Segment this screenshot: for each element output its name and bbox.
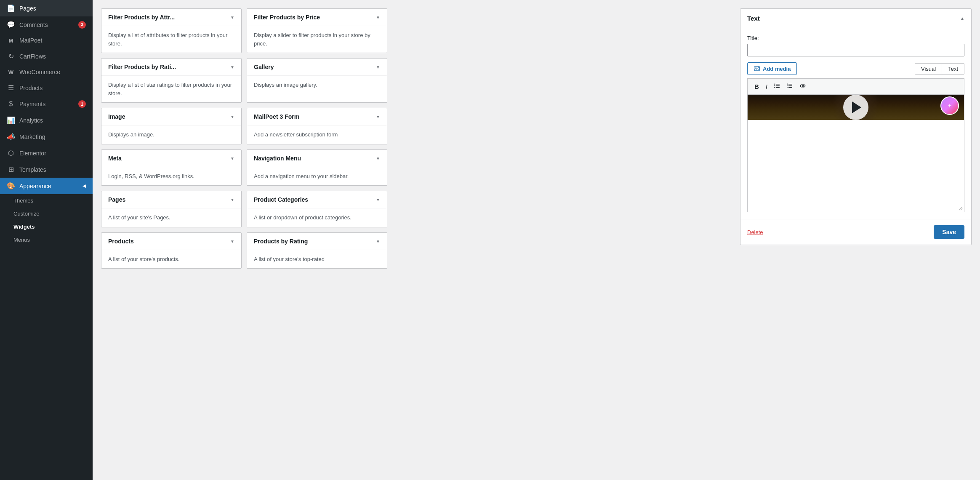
format-ol-button[interactable]: 1 2 3 [784, 81, 795, 92]
add-media-button[interactable]: Add media [747, 62, 797, 75]
sidebar-item-mailpoet[interactable]: M MailPoet [0, 33, 93, 48]
sidebar-item-products[interactable]: ☰ Products [0, 80, 93, 96]
chevron-down-icon [230, 238, 234, 244]
sidebar-item-templates[interactable]: ⊞ Templates [0, 161, 93, 178]
woocommerce-icon: W [7, 69, 15, 75]
widget-header-filter-price[interactable]: Filter Products by Price [247, 9, 387, 26]
sidebar-item-label: WooCommerce [19, 69, 86, 75]
chevron-down-icon [376, 197, 380, 203]
sidebar-item-label: Payments [19, 101, 74, 107]
sidebar-sub-customize[interactable]: Customize [0, 207, 93, 220]
widget-desc-products-rating: A list of your store's top-rated [247, 250, 387, 269]
title-input[interactable] [747, 44, 964, 56]
widget-header-products[interactable]: Products [101, 233, 241, 250]
widget-header-meta[interactable]: Meta [101, 150, 241, 167]
format-ul-button[interactable] [772, 81, 783, 92]
sidebar: 📄 Pages 💬 Comments 3 M MailPoet ↻ CartFl… [0, 0, 93, 480]
widget-header-products-rating[interactable]: Products by Rating [247, 233, 387, 250]
text-widget-header[interactable]: Text [740, 9, 971, 28]
resize-handle-icon[interactable] [958, 206, 963, 211]
payments-icon: $ [7, 100, 15, 108]
widget-header-product-categories[interactable]: Product Categories [247, 191, 387, 208]
widget-desc-gallery: Displays an image gallery. [247, 76, 387, 94]
templates-icon: ⊞ [7, 165, 15, 173]
widget-title-image: Image [108, 113, 125, 120]
sidebar-item-pages[interactable]: 📄 Pages [0, 0, 93, 16]
svg-rect-4 [776, 85, 780, 86]
sidebar-item-label: Analytics [19, 117, 86, 124]
widget-header-image[interactable]: Image [101, 108, 241, 125]
tab-text[interactable]: Text [942, 63, 964, 75]
svg-text:3: 3 [787, 86, 788, 88]
sidebar-item-label: Pages [19, 5, 86, 12]
format-italic-button[interactable]: I [763, 81, 770, 92]
widget-header-gallery[interactable]: Gallery [247, 59, 387, 76]
widget-title-nav-menu: Navigation Menu [254, 155, 301, 162]
sidebar-item-elementor[interactable]: ⬡ Elementor [0, 145, 93, 161]
chevron-down-icon [230, 64, 234, 70]
chevron-down-icon [230, 114, 234, 120]
sidebar-item-analytics[interactable]: 📊 Analytics [0, 112, 93, 128]
analytics-icon: 📊 [7, 116, 15, 124]
sidebar-item-appearance[interactable]: 🎨 Appearance ◀ [0, 178, 93, 194]
chevron-down-icon [376, 155, 380, 161]
widget-desc-mailpoet-form: Add a newsletter subscription form [247, 125, 387, 144]
chevron-down-icon [230, 14, 234, 20]
widget-card-filter-price: Filter Products by Price Display a slide… [247, 8, 387, 53]
play-button[interactable] [843, 95, 868, 120]
widget-header-filter-rating[interactable]: Filter Products by Rati... [101, 59, 241, 76]
text-widget-panel: Text Title: Add media [740, 8, 972, 245]
comments-icon: 💬 [7, 21, 15, 29]
widget-header-pages[interactable]: Pages [101, 191, 241, 208]
mailpoet-icon: M [7, 37, 15, 44]
chevron-down-icon [376, 14, 380, 20]
svg-point-7 [774, 85, 775, 86]
widget-title-mailpoet-form: MailPoet 3 Form [254, 113, 299, 120]
widget-title-meta: Meta [108, 155, 122, 162]
sidebar-item-label: MailPoet [19, 37, 86, 44]
widget-title-gallery: Gallery [254, 64, 274, 70]
widget-desc-meta: Login, RSS, & WordPress.org links. [101, 167, 241, 186]
sidebar-item-marketing[interactable]: 📣 Marketing [0, 128, 93, 145]
sidebar-sub-menus[interactable]: Menus [0, 233, 93, 246]
widget-card-meta: Meta Login, RSS, & WordPress.org links. [101, 149, 242, 186]
sidebar-sub-widgets[interactable]: Widgets [0, 220, 93, 233]
avatar-plus-icon: + [948, 102, 951, 109]
format-link-button[interactable] [797, 81, 809, 92]
tab-visual[interactable]: Visual [915, 63, 942, 75]
widget-card-pages: Pages A list of your site's Pages. [101, 191, 242, 227]
widget-header-nav-menu[interactable]: Navigation Menu [247, 150, 387, 167]
delete-button[interactable]: Delete [747, 229, 763, 235]
widget-card-products-rating: Products by Rating A list of your store'… [247, 232, 387, 269]
widgets-grid: Filter Products by Attr... Display a lis… [101, 8, 387, 269]
right-panel: Text Title: Add media [732, 0, 980, 480]
widget-desc-filter-attr: Display a list of attributes to filter p… [101, 26, 241, 53]
sidebar-item-cartflows[interactable]: ↻ CartFlows [0, 48, 93, 64]
widget-desc-filter-rating: Display a list of star ratings to filter… [101, 76, 241, 102]
svg-point-6 [774, 84, 775, 85]
widget-card-image: Image Displays an image. [101, 108, 242, 144]
pages-icon: 📄 [7, 4, 15, 12]
sidebar-item-label: CartFlows [19, 53, 86, 60]
sidebar-item-label: Elementor [19, 150, 86, 157]
save-button[interactable]: Save [934, 225, 964, 239]
widget-desc-image: Displays an image. [101, 125, 241, 144]
format-bold-button[interactable]: B [752, 81, 762, 92]
widget-header-mailpoet-form[interactable]: MailPoet 3 Form [247, 108, 387, 125]
chevron-down-icon [376, 114, 380, 120]
widget-title-pages: Pages [108, 196, 125, 203]
content-area[interactable]: + [747, 94, 964, 212]
sidebar-item-label: Products [19, 85, 86, 91]
sidebar-sub-themes[interactable]: Themes [0, 194, 93, 207]
widget-desc-nav-menu: Add a navigation menu to your sidebar. [247, 167, 387, 186]
sidebar-item-payments[interactable]: $ Payments 1 [0, 96, 93, 112]
add-media-icon [754, 65, 760, 72]
widget-desc-filter-price: Display a slider to filter products in y… [247, 26, 387, 53]
sidebar-item-comments[interactable]: 💬 Comments 3 [0, 16, 93, 33]
widget-header-filter-attr[interactable]: Filter Products by Attr... [101, 9, 241, 26]
widget-desc-product-categories: A list or dropdown of product categories… [247, 208, 387, 227]
widget-desc-products: A list of your store's products. [101, 250, 241, 269]
sidebar-item-woocommerce[interactable]: W WooCommerce [0, 64, 93, 80]
svg-rect-11 [788, 87, 792, 88]
avatar-overlay: + [940, 96, 959, 115]
